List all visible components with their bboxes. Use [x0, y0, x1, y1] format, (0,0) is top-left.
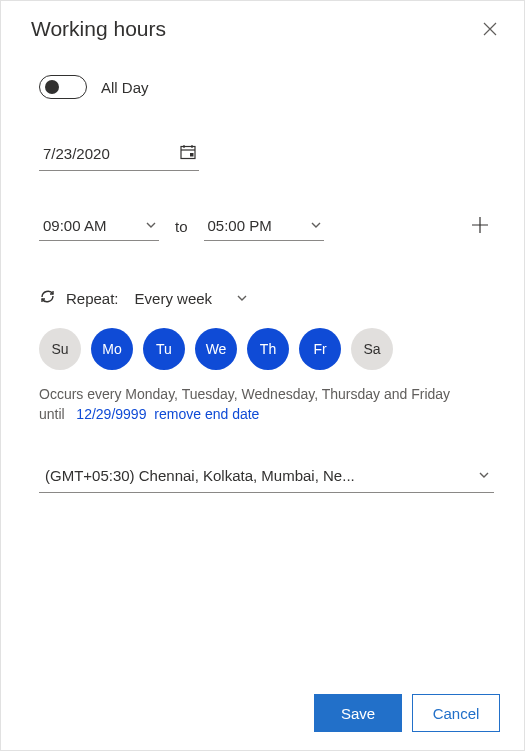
calendar-icon[interactable]	[179, 143, 197, 164]
all-day-label: All Day	[101, 79, 149, 96]
repeat-icon	[39, 288, 56, 308]
day-toggle-we[interactable]: We	[195, 328, 237, 370]
end-time-input[interactable]: 05:00 PM	[204, 213, 324, 241]
chevron-down-icon	[310, 217, 322, 234]
close-button[interactable]	[480, 19, 500, 39]
start-time-input[interactable]: 09:00 AM	[39, 213, 159, 241]
add-time-button[interactable]	[466, 211, 494, 242]
start-time-value: 09:00 AM	[43, 217, 106, 234]
timezone-select[interactable]: (GMT+05:30) Chennai, Kolkata, Mumbai, Ne…	[39, 461, 494, 493]
date-value: 7/23/2020	[43, 145, 110, 162]
dialog-title: Working hours	[31, 17, 166, 41]
date-input[interactable]: 7/23/2020	[39, 139, 199, 171]
dialog-body: All Day 7/23/2020 09:00 AM to 05:00 PM	[1, 49, 524, 639]
repeat-label: Repeat:	[66, 290, 119, 307]
until-label: until	[39, 406, 65, 422]
chevron-down-icon	[145, 217, 157, 234]
day-toggle-tu[interactable]: Tu	[143, 328, 185, 370]
all-day-toggle[interactable]	[39, 75, 87, 99]
chevron-down-icon	[478, 467, 490, 484]
day-toggle-su[interactable]: Su	[39, 328, 81, 370]
recurrence-summary: Occurs every Monday, Tuesday, Wednesday,…	[39, 386, 450, 402]
remove-end-date-link[interactable]: remove end date	[154, 406, 259, 422]
save-button[interactable]: Save	[314, 694, 402, 732]
day-toggle-sa[interactable]: Sa	[351, 328, 393, 370]
end-time-value: 05:00 PM	[208, 217, 272, 234]
until-date[interactable]: 12/29/9999	[76, 406, 146, 422]
close-icon	[483, 22, 497, 36]
repeat-select[interactable]: Every week	[135, 290, 249, 307]
plus-icon	[470, 215, 490, 235]
timezone-value: (GMT+05:30) Chennai, Kolkata, Mumbai, Ne…	[45, 467, 355, 484]
day-toggle-fr[interactable]: Fr	[299, 328, 341, 370]
cancel-button[interactable]: Cancel	[412, 694, 500, 732]
svg-rect-0	[181, 147, 195, 159]
day-toggle-th[interactable]: Th	[247, 328, 289, 370]
to-label: to	[175, 218, 188, 235]
repeat-value: Every week	[135, 290, 213, 307]
day-toggle-mo[interactable]: Mo	[91, 328, 133, 370]
toggle-knob	[45, 80, 59, 94]
chevron-down-icon	[236, 290, 248, 307]
svg-rect-2	[190, 153, 194, 157]
